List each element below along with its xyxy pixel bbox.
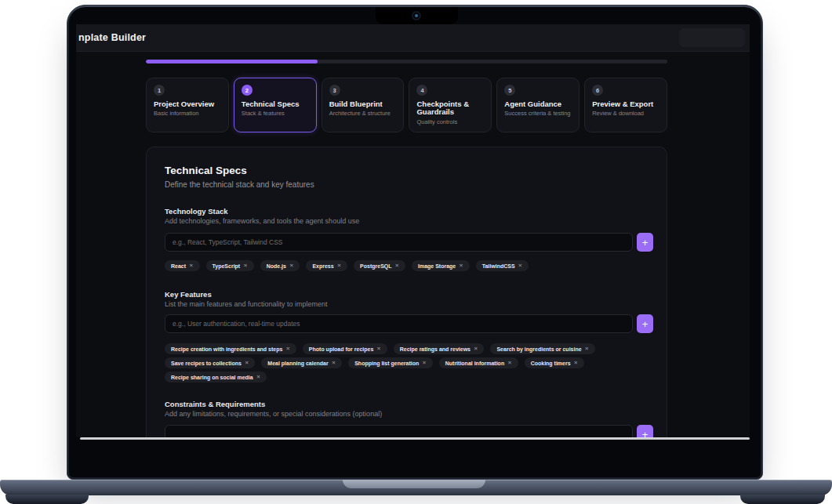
tag-label: Search by ingredients or cuisine	[496, 346, 581, 352]
laptop-screen: nplate Builder 1 Project Overview Basic …	[67, 5, 763, 480]
remove-tag-icon[interactable]: ✕	[422, 360, 426, 366]
panel-subtitle: Define the technical stack and key featu…	[165, 180, 653, 189]
tag-chip: Recipe creation with ingredients and ste…	[165, 343, 296, 354]
remove-tag-icon[interactable]: ✕	[256, 374, 260, 380]
step-number-badge: 5	[504, 85, 515, 96]
remove-tag-icon[interactable]: ✕	[332, 360, 336, 366]
tag-label: TailwindCSS	[482, 263, 515, 269]
step-label: Build Blueprint	[329, 100, 397, 108]
remove-tag-icon[interactable]: ✕	[289, 263, 293, 269]
step-panel: Technical Specs Define the technical sta…	[146, 147, 667, 437]
tag-chip: React ✕	[165, 260, 200, 271]
tag-chip: TypeScript ✕	[206, 260, 254, 271]
tag-label: Cooking timers	[531, 361, 571, 366]
stepper-step[interactable]: 2 Technical Specs Stack & features	[234, 78, 317, 132]
tag-label: Recipe sharing on social media	[171, 375, 253, 380]
tag-chip: TailwindCSS ✕	[476, 260, 529, 271]
laptop-foot-right	[740, 495, 825, 504]
key-features-section: Key Features List the main features and …	[165, 290, 653, 383]
step-subtitle: Stack & features	[242, 110, 309, 117]
base-thumb-scoop	[343, 480, 485, 488]
remove-tag-icon[interactable]: ✕	[245, 360, 249, 366]
step-number-badge: 4	[416, 85, 427, 96]
constraints-hint: Add any limitations, requirements, or sp…	[165, 410, 653, 418]
technology-input-row: +	[165, 233, 653, 252]
app-window: nplate Builder 1 Project Overview Basic …	[76, 24, 750, 437]
tag-label: Node.js	[267, 263, 286, 269]
panel-title: Technical Specs	[165, 165, 653, 176]
laptop-base	[0, 480, 832, 495]
constraints-section: Constraints & Requirements Add any limit…	[165, 400, 653, 437]
remove-tag-icon[interactable]: ✕	[189, 263, 193, 269]
technology-stack-section: Technology Stack Add technologies, frame…	[165, 207, 653, 271]
add-technology-button[interactable]: +	[637, 233, 653, 252]
tag-chip: Express ✕	[306, 260, 347, 271]
step-number-badge: 6	[592, 85, 603, 96]
step-subtitle: Review & download	[592, 110, 659, 117]
tag-label: PostgreSQL	[360, 263, 391, 269]
camera-lens	[415, 14, 418, 17]
remove-tag-icon[interactable]: ✕	[243, 263, 247, 269]
constraints-label: Constraints & Requirements	[165, 400, 653, 408]
remove-tag-icon[interactable]: ✕	[459, 263, 463, 269]
tag-chip: Recipe sharing on social media ✕	[165, 372, 267, 383]
progress-bar	[146, 60, 667, 63]
tag-chip: Save recipes to collections ✕	[165, 357, 255, 368]
remove-tag-icon[interactable]: ✕	[574, 360, 578, 366]
stepper-step[interactable]: 4 Checkpoints & Guardrails Quality contr…	[409, 78, 492, 132]
constraints-input[interactable]	[165, 425, 633, 437]
stepper-step[interactable]: 3 Build Blueprint Architecture & structu…	[322, 78, 405, 132]
stepper-step[interactable]: 6 Preview & Export Review & download	[584, 78, 667, 132]
tag-chip: Recipe ratings and reviews ✕	[394, 343, 485, 354]
header-highlight	[679, 28, 745, 47]
tag-chip: Nutritional information ✕	[439, 357, 518, 368]
constraints-input-row: +	[165, 425, 653, 437]
tag-label: Recipe creation with ingredients and ste…	[171, 346, 282, 352]
add-constraint-button[interactable]: +	[637, 425, 653, 437]
step-subtitle: Basic information	[154, 110, 221, 117]
tag-label: Photo upload for recipes	[309, 346, 373, 352]
tag-chip: Image Storage ✕	[412, 260, 470, 271]
step-number-badge: 3	[329, 85, 340, 96]
tag-label: Nutritional information	[445, 361, 504, 366]
tag-label: TypeScript	[213, 263, 241, 269]
step-subtitle: Success criteria & testing	[504, 110, 572, 117]
technology-input[interactable]	[165, 233, 633, 252]
app-title: nplate Builder	[78, 32, 146, 43]
remove-tag-icon[interactable]: ✕	[507, 360, 511, 366]
stepper-step[interactable]: 1 Project Overview Basic information	[146, 78, 229, 132]
laptop-foot-left	[5, 495, 89, 504]
remove-tag-icon[interactable]: ✕	[474, 346, 478, 352]
step-label: Preview & Export	[592, 100, 659, 108]
camera-notch	[376, 7, 458, 24]
tag-chip: Search by ingredients or cuisine ✕	[490, 343, 595, 354]
step-number-badge: 1	[154, 85, 165, 96]
tag-chip: Meal planning calendar ✕	[261, 357, 342, 368]
remove-tag-icon[interactable]: ✕	[395, 263, 399, 269]
tag-chip: Photo upload for recipes ✕	[303, 343, 387, 354]
remove-tag-icon[interactable]: ✕	[585, 346, 589, 352]
add-feature-button[interactable]: +	[637, 314, 653, 333]
tag-label: Recipe ratings and reviews	[400, 346, 470, 352]
tag-label: Save recipes to collections	[171, 361, 242, 366]
technology-stack-hint: Add technologies, frameworks, and tools …	[165, 217, 653, 225]
tag-label: React	[171, 263, 186, 269]
camera-icon	[412, 11, 421, 20]
remove-tag-icon[interactable]: ✕	[285, 346, 289, 352]
feature-input[interactable]	[165, 314, 633, 333]
step-label: Checkpoints & Guardrails	[416, 100, 484, 117]
remove-tag-icon[interactable]: ✕	[337, 263, 341, 269]
tag-chip: Cooking timers ✕	[525, 357, 584, 368]
feature-input-row: +	[165, 314, 653, 333]
tag-chip: PostgreSQL ✕	[354, 260, 405, 271]
step-label: Project Overview	[154, 100, 221, 108]
stepper: 1 Project Overview Basic information 2 T…	[146, 78, 667, 132]
step-number-badge: 2	[242, 85, 253, 96]
stepper-step[interactable]: 5 Agent Guidance Success criteria & test…	[496, 78, 579, 132]
feature-tags: Recipe creation with ingredients and ste…	[165, 343, 653, 383]
app-header: nplate Builder	[76, 24, 750, 52]
remove-tag-icon[interactable]: ✕	[518, 263, 522, 269]
progress-fill	[146, 60, 318, 63]
tag-label: Meal planning calendar	[267, 361, 328, 366]
remove-tag-icon[interactable]: ✕	[376, 346, 380, 352]
